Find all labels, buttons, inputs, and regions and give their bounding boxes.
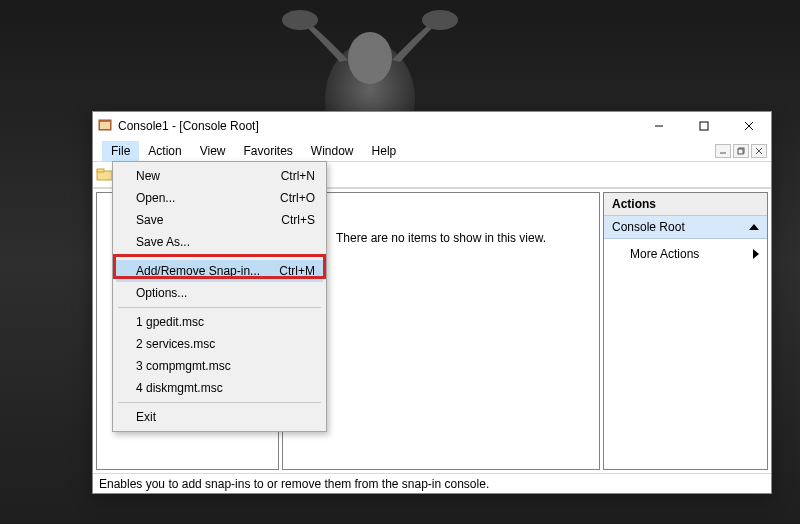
menu-item-recent-2[interactable]: 2 services.msc [116, 333, 323, 355]
svg-point-1 [348, 32, 392, 84]
svg-rect-7 [700, 122, 708, 130]
menu-help[interactable]: Help [363, 141, 406, 161]
menu-item-shortcut: Ctrl+M [279, 264, 315, 278]
menu-item-open[interactable]: Open... Ctrl+O [116, 187, 323, 209]
menu-item-shortcut: Ctrl+S [281, 213, 315, 227]
menu-item-label: Open... [136, 191, 175, 205]
menubar: File Action View Favorites Window Help [93, 140, 771, 162]
menu-item-label: 4 diskmgmt.msc [136, 381, 223, 395]
mdi-restore-button[interactable] [733, 144, 749, 158]
mdi-controls [715, 144, 771, 158]
menu-item-exit[interactable]: Exit [116, 406, 323, 428]
menu-item-new[interactable]: New Ctrl+N [116, 165, 323, 187]
menu-separator [118, 402, 321, 403]
empty-list-text: There are no items to show in this view. [336, 231, 546, 469]
actions-header: Actions [604, 193, 767, 216]
menu-view[interactable]: View [191, 141, 235, 161]
menu-action[interactable]: Action [139, 141, 190, 161]
menu-item-save-as[interactable]: Save As... [116, 231, 323, 253]
mdi-minimize-button[interactable] [715, 144, 731, 158]
menu-item-label: 3 compmgmt.msc [136, 359, 231, 373]
close-button[interactable] [726, 112, 771, 140]
svg-rect-12 [738, 149, 743, 154]
list-pane[interactable]: There are no items to show in this view. [282, 192, 600, 470]
more-actions-label: More Actions [630, 247, 699, 261]
menu-item-label: Save As... [136, 235, 190, 249]
maximize-button[interactable] [681, 112, 726, 140]
menu-item-shortcut: Ctrl+O [280, 191, 315, 205]
file-dropdown: New Ctrl+N Open... Ctrl+O Save Ctrl+S Sa… [112, 161, 327, 432]
menu-item-shortcut: Ctrl+N [281, 169, 315, 183]
actions-subheader[interactable]: Console Root [604, 216, 767, 239]
titlebar: Console1 - [Console Root] [93, 112, 771, 140]
menu-item-options[interactable]: Options... [116, 282, 323, 304]
svg-rect-5 [100, 122, 110, 129]
menu-item-label: 1 gpedit.msc [136, 315, 204, 329]
svg-point-2 [282, 10, 318, 30]
menu-item-recent-1[interactable]: 1 gpedit.msc [116, 311, 323, 333]
menu-item-label: Save [136, 213, 163, 227]
menu-file[interactable]: File [102, 141, 139, 161]
menu-item-label: Add/Remove Snap-in... [136, 264, 260, 278]
menu-window[interactable]: Window [302, 141, 363, 161]
minimize-button[interactable] [636, 112, 681, 140]
window-controls [636, 112, 771, 140]
svg-rect-16 [97, 169, 104, 172]
menu-item-label: 2 services.msc [136, 337, 215, 351]
window-title: Console1 - [Console Root] [118, 119, 636, 133]
menu-item-label: Options... [136, 286, 187, 300]
app-icon [97, 118, 113, 134]
menu-item-label: Exit [136, 410, 156, 424]
mdi-close-button[interactable] [751, 144, 767, 158]
collapse-icon [749, 224, 759, 230]
menu-item-label: New [136, 169, 160, 183]
menu-separator [118, 307, 321, 308]
actions-subheader-label: Console Root [612, 220, 685, 234]
menu-item-recent-4[interactable]: 4 diskmgmt.msc [116, 377, 323, 399]
menu-favorites[interactable]: Favorites [235, 141, 302, 161]
statusbar: Enables you to add snap-ins to or remove… [93, 473, 771, 493]
menu-item-recent-3[interactable]: 3 compmgmt.msc [116, 355, 323, 377]
actions-pane: Actions Console Root More Actions [603, 192, 768, 470]
statusbar-text: Enables you to add snap-ins to or remove… [99, 477, 489, 491]
more-actions-item[interactable]: More Actions [604, 239, 767, 269]
menu-item-save[interactable]: Save Ctrl+S [116, 209, 323, 231]
menu-separator [118, 256, 321, 257]
menu-item-add-remove-snapin[interactable]: Add/Remove Snap-in... Ctrl+M [116, 260, 323, 282]
svg-point-3 [422, 10, 458, 30]
submenu-arrow-icon [753, 249, 759, 259]
